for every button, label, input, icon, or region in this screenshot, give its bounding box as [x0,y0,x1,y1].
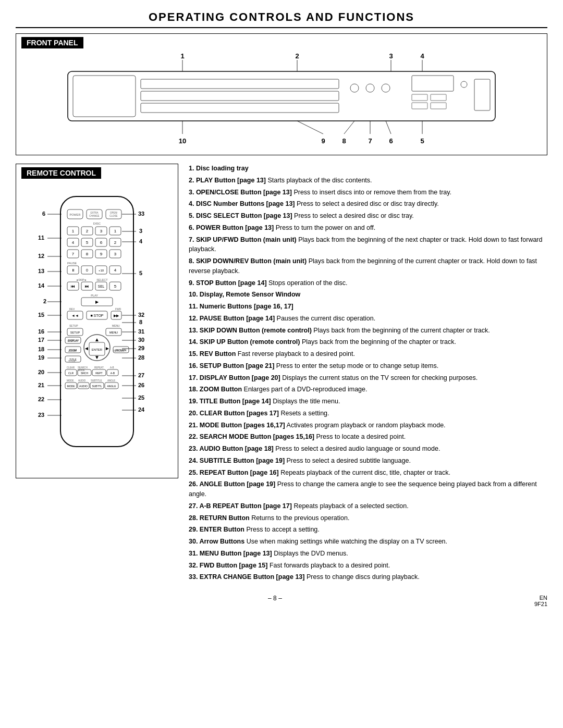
svg-text:AUDIO: AUDIO [78,379,86,382]
svg-text:23: 23 [38,412,44,418]
svg-text:ZOOM: ZOOM [69,349,77,352]
svg-point-13 [350,84,359,92]
svg-rect-11 [141,91,339,101]
svg-text:6: 6 [389,137,393,145]
page-title: OPERATING CONTROLS AND FUNCTIONS [16,10,547,28]
svg-text:7: 7 [368,137,372,145]
desc-8: 8. SKIP DOWN/REV Button (main unit) Play… [189,256,547,276]
svg-text:◄◄: ◄◄ [71,314,79,317]
svg-text:ENTER: ENTER [92,348,103,351]
svg-text:12: 12 [38,253,44,259]
svg-rect-38 [87,209,102,219]
desc-21: 21. MODE Button [pages 16,17] Activates … [189,421,547,430]
svg-text:REPEAT: REPEAT [94,366,104,369]
svg-rect-16 [412,76,454,91]
svg-text:1: 1 [180,52,184,60]
remote-diagram: POWER EXTRA CHANGE OPEN/ CLOSE DISC 1 2 … [21,181,173,473]
svg-text:24: 24 [138,406,145,413]
bottom-section: REMOTE CONTROL POWER EXTRA CHANGE OPEN/ … [16,164,547,584]
svg-text:DISC: DISC [93,222,101,225]
svg-text:11: 11 [38,235,44,241]
svg-text:OPEN/: OPEN/ [110,212,118,214]
svg-text:2: 2 [295,52,299,60]
svg-text:▶▶: ▶▶ [114,314,119,317]
svg-text:SEL: SEL [98,285,105,288]
svg-text:⏭: ⏭ [85,284,89,289]
svg-text:◄: ◄ [84,346,89,351]
svg-text:3: 3 [114,252,117,256]
svg-text:5: 5 [139,270,142,276]
desc-16: 16. SETUP Button [page 21] Press to ente… [189,361,547,371]
svg-text:1: 1 [114,229,117,233]
desc-9: 9. STOP Button [page 14] Stops operation… [189,278,547,288]
svg-point-15 [382,84,390,92]
svg-text:PAUSE: PAUSE [67,262,77,265]
svg-rect-22 [474,79,490,110]
svg-text:3: 3 [139,228,142,234]
svg-text:5: 5 [420,137,424,145]
svg-rect-9 [73,76,136,117]
svg-rect-12 [141,103,339,113]
svg-text:MENU: MENU [109,331,118,334]
footer-center: – 8 – [16,595,534,607]
svg-text:8: 8 [86,252,89,256]
desc-27: 27. A-B REPEAT Button [page 17] Repeats … [189,501,547,511]
svg-text:29: 29 [138,345,144,351]
svg-text:CHANGE: CHANGE [89,215,99,217]
svg-text:SUBTTL: SUBTTL [92,385,102,388]
svg-text:5: 5 [86,240,89,245]
svg-rect-35 [60,196,133,447]
svg-text:0: 0 [86,268,88,272]
svg-text:2: 2 [43,298,46,304]
svg-text:17: 17 [38,337,44,343]
svg-text:4: 4 [139,238,143,244]
svg-text:REV: REV [69,307,75,311]
svg-text:MODE: MODE [67,385,76,388]
svg-text:4: 4 [72,240,75,245]
footer-right: EN 9F21 [534,595,547,607]
svg-text:6: 6 [42,211,45,217]
svg-text:3: 3 [389,52,393,60]
svg-text:18: 18 [38,346,44,352]
svg-text:SETUP: SETUP [69,324,78,327]
svg-text:5: 5 [114,284,117,289]
svg-text:RETURN: RETURN [116,349,127,352]
desc-29: 29. ENTER Button Press to accept a setti… [189,525,547,535]
desc-30: 30. Arrow Buttons Use when making settin… [189,537,547,547]
svg-text:SELECT: SELECT [96,278,108,281]
svg-text:A-B: A-B [110,366,114,369]
desc-26: 26. ANGLE Button [page 19] Press to chan… [189,479,547,499]
desc-5: 5. DISC SELECT Button [page 13] Press to… [189,211,547,221]
desc-10: 10. Display, Remote Sensor Window [189,290,547,300]
svg-text:33: 33 [138,211,144,217]
desc-15: 15. REV Button Fast reverse playback to … [189,349,547,359]
desc-12: 12. PAUSE Button [page 14] Pauses the cu… [189,314,547,324]
svg-text:PLAY: PLAY [91,294,98,297]
svg-text:FWD: FWD [115,307,121,311]
svg-text:4: 4 [114,268,117,273]
svg-text:REPT: REPT [95,372,102,375]
svg-text:⏮: ⏮ [71,284,75,289]
desc-31: 31. MENU Button [page 13] Displays the D… [189,549,547,559]
svg-text:21: 21 [38,382,44,388]
svg-text:25: 25 [138,394,144,401]
svg-text:30: 30 [138,337,144,343]
svg-point-14 [366,84,374,92]
svg-text:CLR: CLR [68,372,74,375]
svg-text:ANGLE: ANGLE [107,379,115,382]
svg-text:■ STOP: ■ STOP [90,314,103,317]
desc-23: 23. AUDIO Button [page 18] Press to sele… [189,444,547,454]
svg-text:SUBTITLE: SUBTITLE [91,379,102,382]
svg-rect-10 [141,79,339,89]
svg-text:MODE: MODE [67,379,74,382]
svg-text:▶: ▶ [95,300,99,304]
svg-rect-8 [68,71,495,121]
svg-text:9: 9 [100,252,103,256]
front-panel-label: FRONT PANEL [21,37,83,48]
svg-text:◄SKIP►: ◄SKIP► [76,278,87,281]
svg-point-21 [461,81,467,88]
desc-7: 7. SKIP UP/FWD Button (main unit) Plays … [189,235,547,255]
desc-1: 1. Disc loading tray [189,164,547,174]
svg-text:CLEAR: CLEAR [67,366,75,369]
remote-control-label: REMOTE CONTROL [21,167,101,179]
